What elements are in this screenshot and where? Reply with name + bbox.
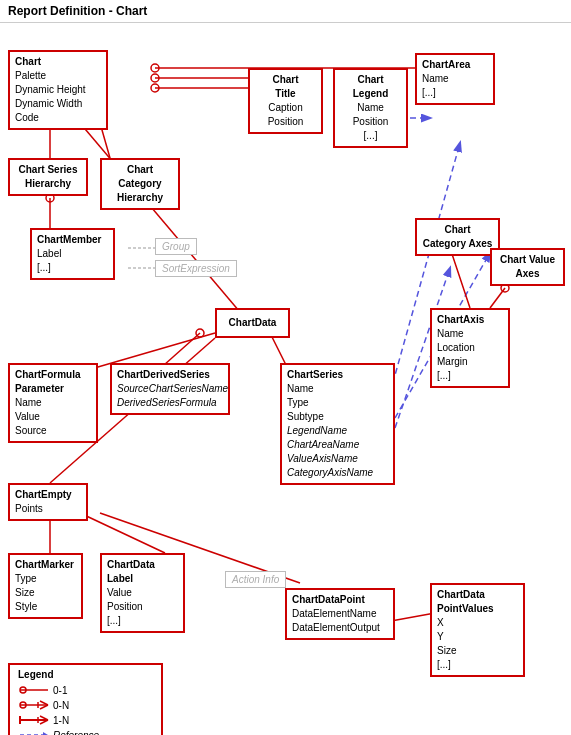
chart-data-box: ChartData — [215, 308, 290, 338]
chart-area-box: ChartArea Name[...] — [415, 53, 495, 105]
svg-point-3 — [151, 74, 159, 82]
sort-expression-label: SortExpression — [155, 260, 237, 277]
chart-value-axes-box: Chart Value Axes — [490, 248, 565, 286]
action-info-label: Action Info — [225, 571, 286, 588]
legend-reference: Reference — [53, 730, 99, 736]
chart-axis-box: ChartAxis NameLocationMargin[...] — [430, 308, 510, 388]
svg-line-27 — [80, 513, 165, 553]
legend-title: Legend — [18, 669, 153, 680]
chart-data-point-values-box: ChartData PointValues XYSize[...] — [430, 583, 525, 677]
legend-box: Legend 0-1 0-N — [8, 663, 163, 735]
chart-series-box: ChartSeries NameTypeSubtypeLegendNameCha… — [280, 363, 395, 485]
svg-line-10 — [80, 123, 245, 318]
chart-empty-box: ChartEmpty Points — [8, 483, 88, 521]
diagram-container: Chart PaletteDynamic HeightDynamic Width… — [0, 23, 571, 735]
page-title: Report Definition - Chart — [0, 0, 571, 23]
chart-data-label-box: ChartData Label ValuePosition[...] — [100, 553, 185, 633]
chart-category-hierarchy-box: Chart Category Hierarchy — [100, 158, 180, 210]
svg-line-21 — [450, 248, 470, 308]
legend-one-n: 1-N — [53, 715, 69, 726]
chart-formula-parameter-box: ChartFormula Parameter NameValueSource — [8, 363, 98, 443]
svg-point-5 — [151, 64, 159, 72]
chart-title-box: ChartTitle CaptionPosition — [248, 68, 323, 134]
chart-legend-box: ChartLegend NamePosition[...] — [333, 68, 408, 148]
svg-point-1 — [151, 84, 159, 92]
chart-category-axes-box: Chart Category Axes — [415, 218, 500, 256]
chart-marker-box: ChartMarker TypeSizeStyle — [8, 553, 83, 619]
legend-zero-one: 0-1 — [53, 685, 67, 696]
chart-series-hierarchy-box: Chart Series Hierarchy — [8, 158, 88, 196]
chart-box: Chart PaletteDynamic HeightDynamic Width… — [8, 50, 108, 130]
legend-zero-n: 0-N — [53, 700, 69, 711]
svg-line-23 — [490, 288, 505, 308]
svg-point-12 — [196, 329, 204, 337]
group-label: Group — [155, 238, 197, 255]
chart-derived-series-box: ChartDerivedSeries SourceChartSeriesName… — [110, 363, 230, 415]
chart-data-point-box: ChartDataPoint DataElementNameDataElemen… — [285, 588, 395, 640]
chart-member-box: ChartMember Label[...] — [30, 228, 115, 280]
